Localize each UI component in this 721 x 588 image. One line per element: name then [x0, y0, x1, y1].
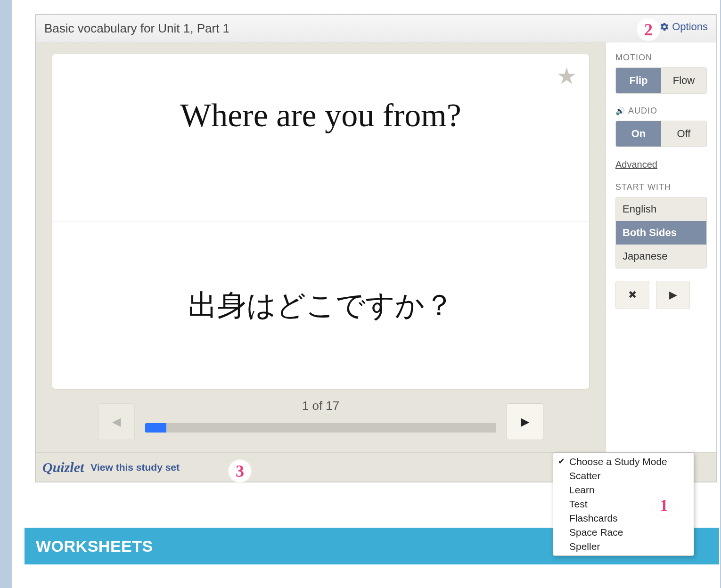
previous-button[interactable]: ◀ [98, 403, 135, 440]
motion-label: MOTION [615, 53, 707, 63]
star-icon[interactable]: ★ [557, 63, 577, 89]
annotation-1: 1 [653, 495, 675, 516]
set-title: Basic vocabulary for Unit 1, Part 1 [44, 21, 229, 36]
shuffle-button[interactable]: ✖ [615, 281, 649, 309]
view-study-set-link[interactable]: View this study set [90, 462, 180, 473]
advanced-link[interactable]: Advanced [615, 159, 657, 170]
play-button[interactable]: ▶ [656, 281, 690, 309]
audio-off-button[interactable]: Off [661, 121, 706, 147]
speaker-icon: 🔊 [615, 106, 625, 115]
startwith-stack: English Both Sides Japanese [615, 197, 707, 269]
worksheets-title: WORKSHEETS [36, 537, 153, 555]
gear-icon [660, 22, 669, 32]
widget-header: Basic vocabulary for Unit 1, Part 1 Opti… [36, 15, 716, 42]
flashcard-front-text: Where are you from? [180, 97, 461, 134]
annotation-3: 3 [229, 460, 251, 482]
dropdown-item-choose[interactable]: Choose a Study Mode [553, 455, 694, 469]
motion-flow-button[interactable]: Flow [661, 68, 706, 93]
startwith-bothsides-button[interactable]: Both Sides [616, 221, 706, 245]
audio-label: 🔊 AUDIO [615, 106, 707, 116]
flashcard[interactable]: ★ Where are you from? 出身はどこですか？ [52, 54, 590, 389]
motion-toggle: Flip Flow [615, 67, 707, 94]
shuffle-icon: ✖ [628, 289, 637, 301]
audio-toggle: On Off [615, 121, 707, 147]
dropdown-item-speller[interactable]: Speller [553, 539, 694, 554]
audio-label-text: AUDIO [628, 106, 657, 116]
dropdown-item-learn[interactable]: Learn [553, 483, 694, 497]
progress-count: 1 of 17 [302, 399, 340, 413]
dropdown-item-flashcards[interactable]: Flashcards [553, 511, 694, 525]
options-label: Options [672, 21, 708, 33]
options-panel: MOTION Flip Flow 🔊 AUDIO On Off Advanced… [606, 42, 716, 452]
annotation-2: 2 [638, 19, 659, 41]
flashcard-front: Where are you from? [52, 54, 589, 221]
flashcard-back: 出身はどこですか？ [52, 221, 589, 389]
startwith-japanese-button[interactable]: Japanese [616, 245, 706, 268]
flashcard-back-text: 出身はどこですか？ [188, 286, 454, 325]
progress-bar[interactable] [145, 423, 496, 433]
next-button[interactable]: ▶ [507, 403, 543, 440]
startwith-label: START WITH [615, 182, 707, 192]
quizlet-logo[interactable]: Quizlet [42, 459, 84, 475]
pager: 1 of 17 ◀ ▶ [52, 389, 590, 446]
motion-flip-button[interactable]: Flip [616, 68, 661, 93]
dropdown-item-spacerace[interactable]: Space Race [553, 525, 694, 539]
startwith-english-button[interactable]: English [616, 197, 706, 221]
audio-on-button[interactable]: On [616, 121, 661, 147]
progress-fill [145, 423, 166, 433]
options-button[interactable]: Options [660, 21, 708, 33]
dropdown-item-scatter[interactable]: Scatter [553, 469, 694, 483]
flashcard-stage: ★ Where are you from? 出身はどこですか？ 1 of 17 … [36, 42, 606, 452]
quizlet-widget: Basic vocabulary for Unit 1, Part 1 Opti… [35, 14, 717, 482]
play-icon: ▶ [669, 289, 677, 301]
